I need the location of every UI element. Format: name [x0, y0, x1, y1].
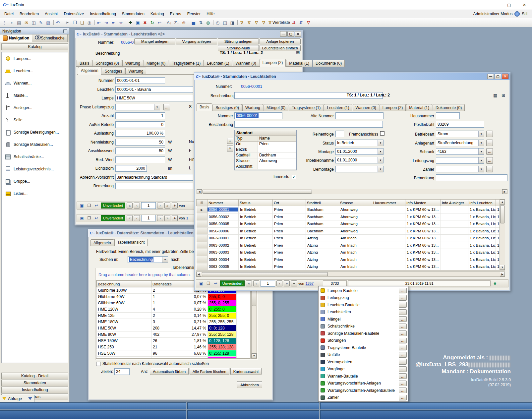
save-icon[interactable] — [79, 215, 85, 221]
tab[interactable]: Material (1) — [406, 104, 432, 111]
tab[interactable]: Sonstiges (0) — [92, 60, 122, 67]
tab[interactable]: Mängel (0) — [264, 104, 288, 111]
sidebar-section-button[interactable]: Instandhaltung — [1, 387, 68, 393]
tab[interactable]: Mängel (0) — [144, 60, 168, 67]
tab[interactable]: Basis — [77, 60, 92, 67]
postleitzahl-field[interactable]: 83209 — [436, 121, 484, 128]
ellipsis-button[interactable] — [399, 345, 407, 350]
field-input[interactable]: 1 — [115, 112, 165, 119]
tab[interactable]: Allgemein — [90, 239, 114, 246]
menu-item[interactable]: Stammdaten — [119, 11, 148, 17]
field-input[interactable]: 100,00 % — [115, 130, 165, 137]
table-view-icon[interactable]: ▦ — [296, 50, 300, 54]
record-count-link[interactable]: 1357 — [306, 281, 314, 285]
undo-icon[interactable] — [93, 203, 99, 209]
separator[interactable] — [125, 19, 127, 26]
color-cell[interactable]: 255; 128; 128 — [208, 344, 237, 350]
sidebar-section-button[interactable]: Katalog - Detail — [1, 373, 68, 379]
color-cell[interactable]: 0; 128; 128 — [208, 338, 237, 344]
page-number-field[interactable]: 1 — [141, 215, 156, 221]
color-cell[interactable]: 255; 255; 255 — [208, 319, 237, 325]
sidebar-tab[interactable]: Navigation — [0, 34, 32, 42]
window-titlebar[interactable]: luxData® - Stammdaten - Leuchtstellen — … — [194, 73, 510, 80]
field-input[interactable]: 00001-01 - Bavaria — [115, 86, 193, 93]
field-input[interactable]: 50 — [115, 148, 165, 154]
sidebar-item[interactable]: Sonstige Befestigungen... — [2, 126, 68, 138]
menu-item[interactable]: Leuchten-Bauteile — [319, 301, 408, 309]
hausnummer-field[interactable] — [436, 112, 460, 119]
action-button[interactable]: Automatisch färben — [150, 368, 189, 375]
ellipsis-button[interactable] — [486, 157, 493, 164]
table-row[interactable]: ▶ 0056-00002 In Betrieb Prien Bachham Ah… — [197, 213, 505, 220]
schrank-dropdown[interactable]: 4163 — [436, 148, 484, 155]
tab[interactable]: Lampen (2) — [260, 59, 286, 67]
menu-item[interactable]: Hilfe — [204, 11, 217, 17]
menu-item[interactable]: Sonstige Materialien-Bauteile — [319, 330, 408, 337]
color-cell[interactable]: 255; 0; 255 — [208, 300, 237, 306]
sidebar-item[interactable]: Gruppe... — [2, 175, 68, 187]
menu-item[interactable]: Leitungszug — [319, 294, 408, 302]
menu-item[interactable]: Störungen — [319, 337, 408, 344]
field-input[interactable] — [115, 156, 165, 163]
color-cell[interactable]: 255; 255; 0 — [208, 313, 237, 319]
anlagenart-dropdown[interactable]: Straßenbeleuchtung — [436, 140, 484, 146]
tab[interactable]: Tabellenansicht — [114, 239, 148, 246]
color-cell[interactable]: 0; 255; 128 — [208, 350, 237, 357]
alte-nummer-field[interactable] — [335, 112, 384, 119]
filter-edit-icon[interactable]: ∇ — [253, 19, 261, 26]
sidebar-item[interactable]: Wannen... — [2, 77, 68, 89]
close-button[interactable]: ✕ — [295, 31, 301, 37]
separator[interactable] — [212, 19, 214, 26]
nav-add-button[interactable] — [172, 203, 178, 209]
color-cell[interactable] — [208, 357, 237, 359]
stat-clock-icon[interactable]: ◴ — [214, 19, 222, 26]
minimize-button[interactable]: — — [487, 74, 494, 79]
refresh-icon[interactable]: ↻ — [149, 19, 156, 26]
table-row[interactable]: ▶ 0063-00003 In Betrieb Prien Atzing Am … — [197, 249, 505, 256]
stat-report-icon[interactable]: ◨ — [229, 19, 236, 26]
vertical-scrollbar[interactable]: ▲ ▼ — [251, 280, 257, 359]
table-row[interactable]: HSE 50W 96 6,68 % 0; 255; 128 — [97, 350, 237, 357]
menu-item[interactable]: Wartungsvorschriften-Anlagen — [319, 380, 408, 387]
cut-icon[interactable]: ✂ — [64, 19, 72, 26]
sub-tab[interactable]: Sonstiges — [102, 68, 125, 75]
column-chooser-icon[interactable] — [200, 201, 203, 205]
filter-wizard-icon[interactable]: ∇ — [261, 19, 268, 26]
nav-prev-button[interactable] — [253, 280, 259, 286]
sub-tab[interactable]: Allgemein — [78, 67, 101, 75]
montage-date-field[interactable]: 01.01.2000 — [335, 148, 384, 155]
tab[interactable]: Tragsysteme (1) — [169, 60, 204, 67]
ellipsis-button[interactable] — [163, 104, 170, 110]
table-row[interactable]: HME 180W 3 0,21 % 255; 255; 255 — [97, 319, 237, 325]
field-input[interactable]: 00001-01-01 — [115, 77, 165, 84]
field-input[interactable]: 2000 — [115, 165, 147, 172]
tab[interactable]: Basis — [197, 103, 212, 111]
user-icon[interactable] — [492, 280, 498, 286]
app-maximize-button[interactable]: ▢ — [502, 0, 517, 10]
tab[interactable]: Material (1) — [286, 60, 312, 67]
sidebar-item[interactable]: Leuchten... — [2, 65, 68, 77]
zaehler-dropdown[interactable] — [436, 166, 484, 172]
export-icon[interactable] — [86, 215, 92, 221]
standort-row[interactable]: Ort Prien — [235, 142, 296, 147]
leitungszug-dropdown[interactable] — [436, 157, 484, 164]
sub-tab[interactable]: Wartung — [125, 68, 146, 75]
tab[interactable]: Wannen (0) — [233, 60, 259, 67]
tab[interactable]: Leuchten (1) — [204, 60, 232, 67]
paste-icon[interactable]: ❏ — [79, 19, 86, 26]
locate-icon[interactable]: ⊕ — [181, 19, 188, 26]
standort-row[interactable]: Stadtteil Bachham — [235, 153, 296, 158]
sidebar-item[interactable]: Lampen... — [2, 52, 68, 65]
globe-icon[interactable]: ◍ — [205, 19, 212, 26]
tab[interactable]: Leuchten (1) — [324, 104, 352, 111]
nav-next-button[interactable] — [276, 280, 282, 286]
menu-item[interactable]: Wartungsvorschriften-Anlagenbauteile — [319, 387, 408, 394]
abbrechen-button[interactable]: Abbrechen — [237, 381, 262, 388]
nav-last-button[interactable] — [164, 203, 170, 209]
standort-row[interactable]: Bezirk — [235, 147, 296, 153]
ellipsis-button[interactable] — [399, 316, 407, 322]
sidebar-item[interactable]: Seile... — [2, 114, 68, 126]
column-header[interactable]: Info Masten — [405, 200, 441, 206]
field-input[interactable] — [115, 104, 160, 110]
abfrage-tab[interactable]: Abfrage — [0, 395, 34, 402]
